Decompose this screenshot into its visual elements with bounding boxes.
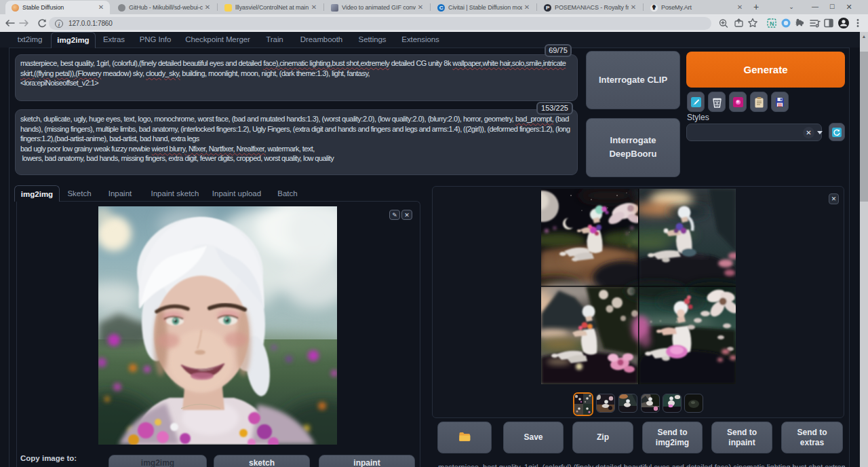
svg-text:N: N [770,20,774,27]
